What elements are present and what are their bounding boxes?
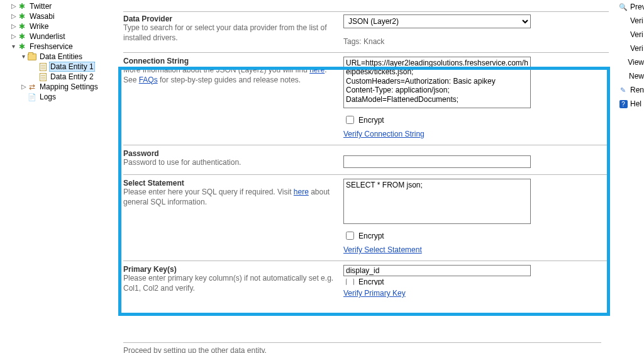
- expander-icon[interactable]: ▷: [10, 33, 17, 40]
- conn-encrypt-label: Encrypt: [358, 116, 384, 125]
- folder-icon: [28, 53, 36, 60]
- connection-string-desc: More Information about the JSON (Layer2)…: [123, 65, 337, 85]
- divider: [123, 342, 601, 343]
- action-view[interactable]: View: [616, 55, 644, 69]
- tree-item-freshservice[interactable]: ▾ Freshservice: [3, 42, 113, 52]
- detail-panel: Data Provider Type to search for or sele…: [118, 0, 609, 353]
- select-statement-input[interactable]: SELECT * FROM json;: [343, 179, 531, 224]
- bug-icon: [19, 32, 25, 41]
- tree-item-wasabi[interactable]: ▷ Wasabi: [3, 11, 113, 21]
- action-label: Veri: [630, 16, 643, 25]
- tree-item-wunderlist[interactable]: ▷ Wunderlist: [3, 31, 113, 42]
- blank-icon: [619, 72, 626, 81]
- tree-item-data-entity-1[interactable]: Data Entity 1: [3, 62, 113, 72]
- tree-item-data-entity-2[interactable]: Data Entity 2: [3, 72, 113, 82]
- data-provider-desc: Type to search for or select your data p…: [123, 23, 337, 43]
- blank-icon: [619, 30, 628, 39]
- connection-string-input[interactable]: URL=https://layer2leadingsolutions.fresh…: [343, 57, 531, 108]
- tree-item-logs[interactable]: Logs: [3, 92, 113, 102]
- data-provider-select[interactable]: JSON (Layer2): [343, 14, 531, 28]
- pk-encrypt-label: Encrypt: [358, 279, 384, 285]
- tree-item-twitter[interactable]: ▷ Twitter: [3, 1, 113, 11]
- expander-icon[interactable]: ▷: [10, 3, 17, 9]
- proceed-text: Proceed by setting up the other data ent…: [123, 346, 267, 353]
- tree-label: Data Entity 2: [49, 72, 95, 81]
- action-verify-3[interactable]: Veri: [616, 42, 644, 55]
- tree-item-data-entities[interactable]: ▾ Data Entities: [3, 52, 113, 62]
- action-rename[interactable]: Ren: [616, 83, 644, 97]
- tree-label: Wasabi: [28, 12, 56, 21]
- conn-encrypt-checkbox[interactable]: [346, 116, 354, 124]
- actions-panel: 🔍Prev Veri Veri Veri View New Ren ?Hel: [616, 0, 644, 353]
- select-stmt-link[interactable]: here: [294, 188, 309, 196]
- primary-key-desc: Please enter primary key column(s) if no…: [123, 274, 337, 293]
- conn-faq-link[interactable]: FAQs: [139, 76, 158, 84]
- action-label: Veri: [630, 30, 643, 39]
- tree-item-mapping-settings[interactable]: ▷ Mapping Settings: [3, 82, 113, 92]
- tree-label: Data Entities: [38, 52, 84, 61]
- tree-label: Twitter: [28, 2, 53, 11]
- bug-icon: [19, 42, 25, 51]
- blank-icon: [619, 16, 628, 25]
- tree-label: Data Entity 1: [49, 62, 95, 72]
- data-provider-tags: Tags: Knack: [343, 37, 609, 46]
- tree-label: Wunderlist: [28, 32, 66, 41]
- bug-icon: [19, 22, 25, 31]
- action-label: Veri: [630, 44, 643, 53]
- tree-label: Wrike: [28, 22, 50, 31]
- pencil-icon: [619, 86, 628, 94]
- section-data-provider: Data Provider Type to search for or sele…: [123, 11, 609, 52]
- preview-icon: 🔍: [619, 3, 628, 11]
- tree-item-wrike[interactable]: ▷ Wrike: [3, 21, 113, 31]
- pk-encrypt-checkbox[interactable]: [346, 279, 354, 285]
- action-preview[interactable]: 🔍Prev: [616, 0, 644, 14]
- expander-icon[interactable]: ▾: [20, 53, 27, 60]
- password-input[interactable]: [343, 155, 531, 168]
- action-label: Ren: [630, 86, 644, 94]
- expander-icon[interactable]: ▷: [10, 23, 17, 30]
- select-stmt-title: Select Statement: [123, 179, 337, 188]
- help-icon: ?: [619, 99, 628, 108]
- section-select-statement: Select Statement Please enter here your …: [123, 174, 609, 261]
- primary-key-title: Primary Key(s): [123, 265, 337, 274]
- tree-label: Logs: [38, 92, 57, 101]
- action-new[interactable]: New: [616, 69, 644, 83]
- expander-icon[interactable]: ▾: [10, 43, 17, 50]
- connection-string-title: Connection String: [123, 57, 337, 65]
- verify-primary-key-link[interactable]: Verify Primary Key: [343, 289, 406, 298]
- tree-panel: ▷ Twitter ▷ Wasabi ▷ Wrike ▷ Wunderlist …: [0, 0, 113, 353]
- conn-info-link[interactable]: here: [309, 65, 325, 74]
- data-provider-title: Data Provider: [123, 14, 337, 23]
- expander-icon[interactable]: ▷: [10, 13, 17, 20]
- sheet-icon: [40, 63, 47, 71]
- tree-label: Mapping Settings: [38, 82, 99, 91]
- action-label: Hel: [630, 99, 641, 108]
- select-encrypt-label: Encrypt: [358, 232, 384, 240]
- expander-icon[interactable]: ▷: [20, 84, 27, 90]
- tree-label: Freshservice: [28, 42, 74, 51]
- password-desc: Password to use for authentication.: [123, 158, 337, 168]
- primary-key-input[interactable]: [343, 265, 531, 276]
- logs-icon: [28, 92, 36, 101]
- bug-icon: [19, 2, 25, 11]
- section-primary-key: Primary Key(s) Please enter primary key …: [123, 261, 609, 300]
- action-label: View: [628, 58, 644, 67]
- section-password: Password Password to use for authenticat…: [123, 145, 609, 174]
- bug-icon: [19, 12, 25, 21]
- section-connection-string: Connection String More Information about…: [123, 52, 609, 145]
- password-title: Password: [123, 149, 337, 158]
- sheet-icon: [40, 73, 47, 81]
- action-verify-2[interactable]: Veri: [616, 28, 644, 42]
- arrows-icon: [29, 82, 35, 91]
- verify-connection-string-link[interactable]: Verify Connection String: [343, 130, 425, 138]
- blank-icon: [619, 58, 625, 67]
- verify-select-statement-link[interactable]: Verify Select Statement: [343, 245, 422, 254]
- action-label: Prev: [630, 3, 644, 11]
- action-help[interactable]: ?Hel: [616, 97, 644, 111]
- action-label: New: [629, 72, 644, 81]
- select-stmt-desc: Please enter here your SQL query if requ…: [123, 188, 337, 207]
- select-encrypt-checkbox[interactable]: [346, 232, 354, 240]
- action-verify-1[interactable]: Veri: [616, 14, 644, 28]
- blank-icon: [619, 44, 628, 53]
